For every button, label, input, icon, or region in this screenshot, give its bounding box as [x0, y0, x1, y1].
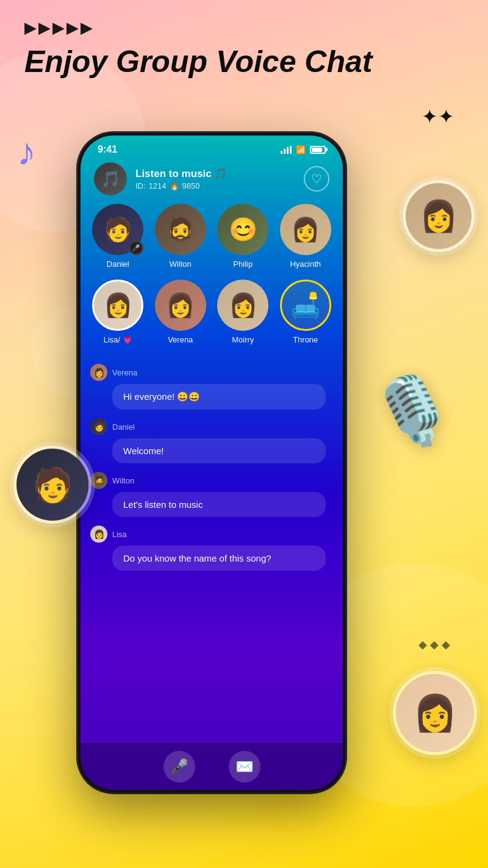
seat-philip: 😊 Philip: [212, 204, 274, 269]
room-header: 🎵 Listen to music 🎵 ID: 1214 🔥 9850 ♡: [81, 159, 343, 204]
seat-moirry: 👩 Moirry: [212, 280, 274, 344]
room-meta: ID: 1214 🔥 9850: [135, 181, 295, 190]
microphone-button[interactable]: 🎤: [163, 751, 195, 783]
msg-bubble-verena: Hi everyone! 😀😀: [112, 384, 326, 410]
floating-bubble-user3: 👩: [393, 671, 477, 755]
voice-seats-row2: 👩 Lisa/ 💗 👩 Verena 👩 Moirry 🛋️ Throne: [81, 280, 343, 344]
mute-icon: 🎤: [129, 241, 143, 255]
voice-seats-row1: 🧑 🎤 Daniel 🧔 Wilton 😊 Philip: [81, 204, 343, 269]
message-button[interactable]: ✉️: [229, 751, 260, 783]
msg-sender-lisa: Lisa: [112, 530, 127, 539]
msg-sender-verena: Verena: [112, 368, 137, 377]
music-note-icon: ♪: [17, 133, 36, 171]
floating-bubble-user2: 🧑: [13, 446, 92, 524]
seat-label-daniel: Daniel: [107, 259, 129, 269]
message-wilton: 🧔 Wilton Let's listen to music: [90, 472, 333, 517]
heart-button[interactable]: ♡: [304, 166, 329, 192]
msg-sender-wilton: Wilton: [112, 476, 134, 485]
seat-throne[interactable]: 🛋️ Throne: [274, 280, 337, 344]
msg-bubble-daniel: Welcome!: [112, 438, 326, 463]
signal-icon: [281, 146, 292, 154]
wifi-icon: 📶: [296, 145, 306, 154]
seat-label-hyacinth: Hyacinth: [290, 259, 321, 269]
seat-hyacinth: 👩 Hyacinth: [274, 204, 337, 269]
msg-bubble-wilton: Let's listen to music: [112, 492, 326, 517]
header-section: ▶▶▶▶▶ Enjoy Group Voice Chat: [0, 18, 488, 80]
status-time: 9:41: [98, 144, 117, 155]
room-avatar: 🎵: [94, 162, 127, 195]
seat-label-moirry: Moirry: [232, 335, 254, 344]
message-verena: 👩 Verena Hi everyone! 😀😀: [90, 364, 333, 410]
seat-label-philip: Philip: [233, 259, 253, 269]
msg-sender-daniel: Daniel: [112, 422, 135, 432]
sparkle-mid-icon: ◆ ◆ ◆: [418, 638, 450, 651]
arrow-decoration: ▶▶▶▶▶: [24, 18, 464, 37]
main-title: Enjoy Group Voice Chat: [24, 45, 464, 80]
msg-bubble-lisa: Do you know the name of this song?: [112, 546, 326, 571]
message-lisa: 👩 Lisa Do you know the name of this song…: [90, 526, 333, 571]
seat-label-verena: Verena: [168, 335, 193, 344]
seat-lisa: 👩 Lisa/ 💗: [87, 280, 149, 344]
battery-icon: [310, 146, 326, 154]
seat-label-wilton: Wilton: [170, 259, 192, 269]
floating-bubble-hyacinth: 👩: [403, 180, 475, 252]
message-daniel: 🧑 Daniel Welcome!: [90, 418, 333, 463]
seat-verena: 👩 Verena: [149, 280, 212, 344]
status-bar: 9:41 📶: [81, 136, 343, 159]
phone-mockup: 9:41 📶: [78, 133, 345, 792]
room-name: Listen to music 🎵: [135, 167, 295, 180]
bottom-bar: 🎤 ✉️: [81, 742, 343, 790]
seat-label-lisa: Lisa/ 💗: [104, 335, 132, 344]
seat-wilton: 🧔 Wilton: [149, 204, 212, 269]
chat-area: 👩 Verena Hi everyone! 😀😀 🧑 Daniel Welcom…: [81, 358, 343, 577]
mic-decoration-icon: 🎙️: [365, 366, 461, 458]
seat-label-throne: Throne: [293, 335, 318, 344]
seat-daniel: 🧑 🎤 Daniel: [87, 204, 149, 269]
sparkle-top-right-icon: ✦✦: [422, 107, 454, 126]
